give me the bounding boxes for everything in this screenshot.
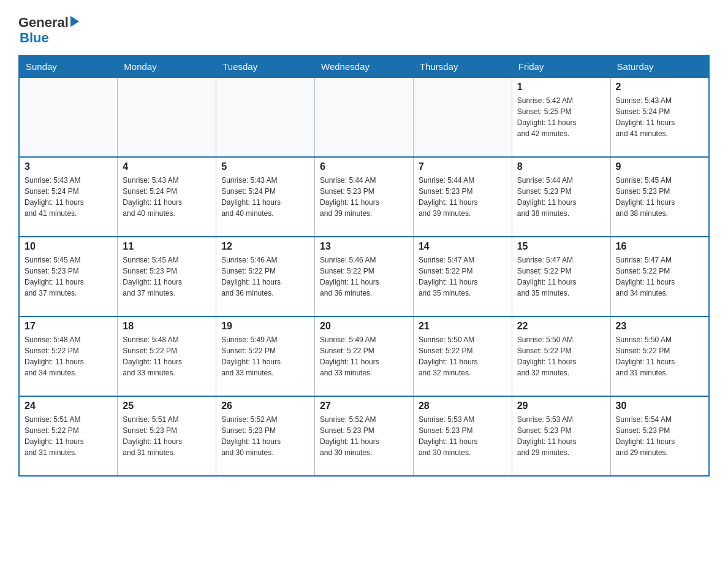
calendar-week-row: 3Sunrise: 5:43 AM Sunset: 5:24 PM Daylig… (19, 157, 709, 237)
calendar-header-thursday: Thursday (413, 56, 512, 77)
logo-arrow-icon (70, 16, 79, 27)
day-number: 1 (517, 82, 605, 93)
day-info: Sunrise: 5:49 AM Sunset: 5:22 PM Dayligh… (221, 334, 309, 378)
calendar-cell: 14Sunrise: 5:47 AM Sunset: 5:22 PM Dayli… (413, 237, 512, 316)
day-number: 30 (616, 400, 703, 412)
day-info: Sunrise: 5:52 AM Sunset: 5:23 PM Dayligh… (221, 414, 309, 458)
calendar-cell: 10Sunrise: 5:45 AM Sunset: 5:23 PM Dayli… (19, 237, 118, 316)
calendar-cell: 4Sunrise: 5:43 AM Sunset: 5:24 PM Daylig… (118, 157, 216, 237)
day-info: Sunrise: 5:52 AM Sunset: 5:23 PM Dayligh… (320, 414, 408, 458)
day-info: Sunrise: 5:42 AM Sunset: 5:25 PM Dayligh… (517, 95, 605, 139)
day-info: Sunrise: 5:45 AM Sunset: 5:23 PM Dayligh… (616, 175, 703, 219)
day-number: 9 (616, 161, 703, 172)
day-info: Sunrise: 5:47 AM Sunset: 5:22 PM Dayligh… (517, 255, 605, 299)
day-info: Sunrise: 5:44 AM Sunset: 5:23 PM Dayligh… (419, 175, 507, 219)
day-info: Sunrise: 5:51 AM Sunset: 5:22 PM Dayligh… (25, 414, 112, 458)
day-info: Sunrise: 5:43 AM Sunset: 5:24 PM Dayligh… (221, 175, 309, 219)
calendar-week-row: 24Sunrise: 5:51 AM Sunset: 5:22 PM Dayli… (19, 396, 709, 476)
calendar-cell: 6Sunrise: 5:44 AM Sunset: 5:23 PM Daylig… (315, 157, 414, 237)
day-info: Sunrise: 5:43 AM Sunset: 5:24 PM Dayligh… (616, 95, 703, 139)
calendar-cell: 18Sunrise: 5:48 AM Sunset: 5:22 PM Dayli… (118, 316, 216, 396)
day-number: 5 (221, 161, 309, 172)
day-number: 4 (123, 161, 211, 172)
calendar-cell: 3Sunrise: 5:43 AM Sunset: 5:24 PM Daylig… (19, 157, 118, 237)
calendar-cell: 11Sunrise: 5:45 AM Sunset: 5:23 PM Dayli… (118, 237, 216, 316)
calendar-header-wednesday: Wednesday (315, 56, 414, 77)
calendar-cell: 1Sunrise: 5:42 AM Sunset: 5:25 PM Daylig… (512, 77, 610, 157)
calendar-cell: 23Sunrise: 5:50 AM Sunset: 5:22 PM Dayli… (610, 316, 709, 396)
day-info: Sunrise: 5:50 AM Sunset: 5:22 PM Dayligh… (517, 334, 605, 378)
calendar-week-row: 10Sunrise: 5:45 AM Sunset: 5:23 PM Dayli… (19, 237, 709, 316)
day-info: Sunrise: 5:44 AM Sunset: 5:23 PM Dayligh… (517, 175, 605, 219)
day-number: 15 (517, 241, 605, 252)
day-number: 2 (616, 82, 703, 93)
calendar-cell: 13Sunrise: 5:46 AM Sunset: 5:22 PM Dayli… (315, 237, 414, 316)
day-info: Sunrise: 5:49 AM Sunset: 5:22 PM Dayligh… (320, 334, 408, 378)
calendar-cell: 25Sunrise: 5:51 AM Sunset: 5:23 PM Dayli… (118, 396, 216, 476)
day-info: Sunrise: 5:47 AM Sunset: 5:22 PM Dayligh… (419, 255, 507, 299)
calendar-header-sunday: Sunday (19, 56, 118, 77)
day-number: 24 (25, 400, 112, 412)
calendar-cell: 30Sunrise: 5:54 AM Sunset: 5:23 PM Dayli… (610, 396, 709, 476)
day-info: Sunrise: 5:50 AM Sunset: 5:22 PM Dayligh… (419, 334, 507, 378)
day-info: Sunrise: 5:43 AM Sunset: 5:24 PM Dayligh… (25, 175, 112, 219)
calendar-cell: 16Sunrise: 5:47 AM Sunset: 5:22 PM Dayli… (610, 237, 709, 316)
calendar-cell: 9Sunrise: 5:45 AM Sunset: 5:23 PM Daylig… (610, 157, 709, 237)
day-info: Sunrise: 5:47 AM Sunset: 5:22 PM Dayligh… (616, 255, 703, 299)
calendar-table: SundayMondayTuesdayWednesdayThursdayFrid… (18, 55, 710, 477)
day-number: 18 (123, 321, 211, 332)
day-number: 20 (320, 321, 408, 332)
calendar-cell: 2Sunrise: 5:43 AM Sunset: 5:24 PM Daylig… (610, 77, 709, 157)
day-number: 7 (419, 161, 507, 172)
calendar-cell: 22Sunrise: 5:50 AM Sunset: 5:22 PM Dayli… (512, 316, 610, 396)
calendar-cell (315, 77, 414, 157)
day-info: Sunrise: 5:43 AM Sunset: 5:24 PM Dayligh… (123, 175, 211, 219)
day-info: Sunrise: 5:46 AM Sunset: 5:22 PM Dayligh… (320, 255, 408, 299)
day-number: 26 (221, 400, 309, 412)
calendar-header-tuesday: Tuesday (216, 56, 315, 77)
calendar-cell (19, 77, 118, 157)
calendar-cell: 26Sunrise: 5:52 AM Sunset: 5:23 PM Dayli… (216, 396, 315, 476)
day-number: 25 (123, 400, 211, 412)
calendar-cell: 29Sunrise: 5:53 AM Sunset: 5:23 PM Dayli… (512, 396, 610, 476)
day-number: 27 (320, 400, 408, 412)
calendar-cell: 12Sunrise: 5:46 AM Sunset: 5:22 PM Dayli… (216, 237, 315, 316)
day-number: 10 (25, 241, 112, 252)
day-number: 21 (419, 321, 507, 332)
calendar-cell: 7Sunrise: 5:44 AM Sunset: 5:23 PM Daylig… (413, 157, 512, 237)
day-info: Sunrise: 5:53 AM Sunset: 5:23 PM Dayligh… (419, 414, 507, 458)
day-number: 29 (517, 400, 605, 412)
day-number: 11 (123, 241, 211, 252)
day-info: Sunrise: 5:53 AM Sunset: 5:23 PM Dayligh… (517, 414, 605, 458)
logo-general: General (18, 15, 69, 30)
calendar-cell: 27Sunrise: 5:52 AM Sunset: 5:23 PM Dayli… (315, 396, 414, 476)
day-info: Sunrise: 5:44 AM Sunset: 5:23 PM Dayligh… (320, 175, 408, 219)
calendar-cell: 17Sunrise: 5:48 AM Sunset: 5:22 PM Dayli… (19, 316, 118, 396)
day-info: Sunrise: 5:54 AM Sunset: 5:23 PM Dayligh… (616, 414, 703, 458)
calendar-week-row: 17Sunrise: 5:48 AM Sunset: 5:22 PM Dayli… (19, 316, 709, 396)
day-info: Sunrise: 5:45 AM Sunset: 5:23 PM Dayligh… (25, 255, 112, 299)
day-info: Sunrise: 5:50 AM Sunset: 5:22 PM Dayligh… (616, 334, 703, 378)
header: General Blue (18, 12, 710, 46)
day-number: 16 (616, 241, 703, 252)
calendar-cell: 15Sunrise: 5:47 AM Sunset: 5:22 PM Dayli… (512, 237, 610, 316)
calendar-header-monday: Monday (118, 56, 216, 77)
day-number: 28 (419, 400, 507, 412)
calendar-cell: 5Sunrise: 5:43 AM Sunset: 5:24 PM Daylig… (216, 157, 315, 237)
calendar-cell (413, 77, 512, 157)
logo: General Blue (18, 12, 79, 46)
day-number: 3 (25, 161, 112, 172)
day-info: Sunrise: 5:48 AM Sunset: 5:22 PM Dayligh… (123, 334, 211, 378)
calendar-header-saturday: Saturday (610, 56, 709, 77)
day-info: Sunrise: 5:45 AM Sunset: 5:23 PM Dayligh… (123, 255, 211, 299)
calendar-cell (118, 77, 216, 157)
calendar-cell (216, 77, 315, 157)
calendar-cell: 21Sunrise: 5:50 AM Sunset: 5:22 PM Dayli… (413, 316, 512, 396)
day-number: 8 (517, 161, 605, 172)
logo-blue: Blue (20, 30, 79, 46)
day-number: 22 (517, 321, 605, 332)
calendar-week-row: 1Sunrise: 5:42 AM Sunset: 5:25 PM Daylig… (19, 77, 709, 157)
calendar-cell: 19Sunrise: 5:49 AM Sunset: 5:22 PM Dayli… (216, 316, 315, 396)
day-info: Sunrise: 5:51 AM Sunset: 5:23 PM Dayligh… (123, 414, 211, 458)
day-number: 23 (616, 321, 703, 332)
